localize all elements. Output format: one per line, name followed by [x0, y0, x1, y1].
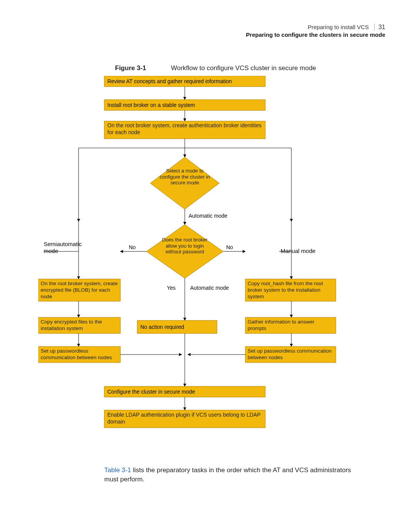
body-paragraph: Table 3-1 lists the preparatory tasks in…	[104, 466, 367, 484]
table-link[interactable]: Table 3-1	[104, 466, 131, 474]
flow-blob: On the root broker system, create encryp…	[41, 281, 118, 300]
edge-no-left: No	[129, 244, 136, 250]
branch-semiauto-l2: mode	[44, 248, 58, 254]
flow-select-mode: Select a mode to configure the cluster i…	[159, 168, 210, 186]
figure-caption-text: Workflow to configure VCS cluster in sec…	[171, 64, 316, 72]
body-paragraph-rest: lists the preparatory tasks in the order…	[104, 466, 351, 483]
flow-create-identities: On the root broker system, create authen…	[107, 122, 262, 136]
flow-copy-blob: Copy encrypted files to the installation…	[41, 319, 118, 332]
edge-auto-top: Automatic mode	[189, 213, 227, 219]
flow-no-action: No action required	[140, 324, 184, 330]
breadcrumb-level1: Preparing to install VCS	[308, 24, 369, 30]
edge-auto-mid: Automatic mode	[190, 285, 229, 291]
flow-review: Review AT concepts and gather required i…	[107, 78, 232, 84]
edge-no-right: No	[226, 244, 233, 250]
flow-copy-hash: Copy root_hash file from the root broker…	[248, 281, 334, 300]
flow-pwless-right: Set up passwordless communication betwee…	[248, 348, 334, 361]
flow-gather: Gather information to answer prompts	[248, 319, 334, 332]
flow-config-cluster: Configure the cluster in secure mode	[107, 389, 195, 395]
figure-caption: Figure 3-1 Workflow to configure VCS clu…	[115, 64, 316, 72]
breadcrumb-level2: Preparing to configure the clusters in s…	[246, 31, 385, 38]
flowchart: Review AT concepts and gather required i…	[38, 76, 380, 455]
flow-ldap: Enable LDAP authentication plugin if VCS…	[107, 412, 262, 425]
page-number: 31	[374, 24, 385, 31]
flow-does-root: Does the root broker allow you to login …	[157, 237, 212, 255]
flow-install-root: Install root broker on a stable system	[107, 102, 195, 108]
page-header: Preparing to install VCS 31 Preparing to…	[246, 24, 385, 38]
figure-label: Figure 3-1	[115, 64, 146, 72]
branch-semiauto-l1: Semiautomatic	[44, 241, 82, 247]
flow-pwless-left: Set up passwordless communication betwee…	[41, 348, 118, 361]
branch-manual: Manual mode	[281, 248, 315, 254]
edge-yes: Yes	[167, 285, 176, 291]
